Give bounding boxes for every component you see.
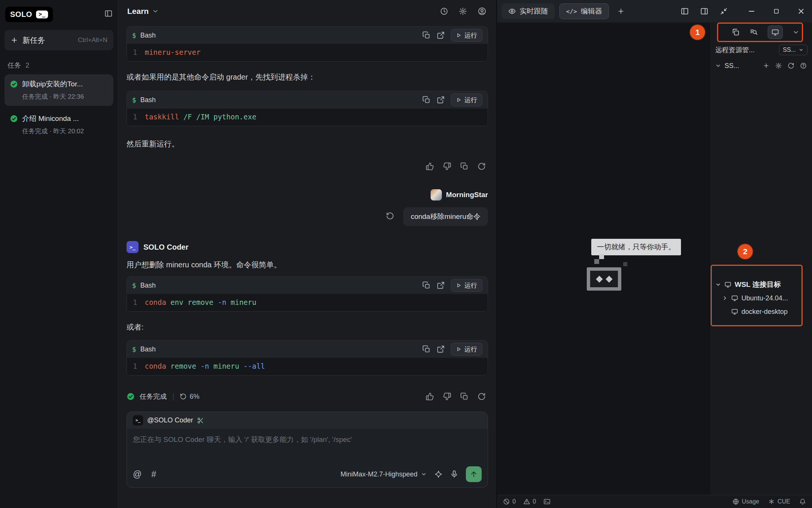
window-controls — [747, 7, 805, 15]
collapse-icon[interactable] — [720, 7, 728, 15]
insert-icon[interactable] — [437, 31, 445, 39]
copy-icon[interactable] — [460, 162, 469, 170]
thumbs-down-icon[interactable] — [443, 162, 451, 170]
undo-icon[interactable] — [386, 212, 394, 222]
connection-type-dropdown[interactable]: SS... — [779, 45, 807, 55]
composer: >_ @SOLO Coder 您正在与 SOLO Coder 聊天，输入 '/'… — [127, 412, 488, 488]
regenerate-icon[interactable] — [478, 162, 486, 170]
code-block: $ Bash 运行 1 mineru-server — [127, 26, 488, 62]
model-selector[interactable]: MiniMax-M2.7-Highspeed — [340, 470, 427, 478]
wsl-tree-header[interactable]: WSL 连接目标 — [712, 278, 807, 291]
user-name: MorningStar — [446, 191, 488, 199]
chevron-down-icon — [715, 282, 721, 288]
sparkle-icon[interactable] — [434, 470, 443, 478]
panel-right-icon[interactable] — [700, 7, 708, 15]
chevron-down-icon — [715, 63, 721, 69]
assistant-name: SOLO Coder — [143, 243, 188, 252]
thumbs-up-icon[interactable] — [426, 162, 434, 170]
pixel-decoration — [599, 254, 604, 259]
panel-left-icon[interactable] — [681, 7, 689, 15]
add-tab-button[interactable] — [613, 4, 628, 19]
task-complete-icon — [10, 80, 18, 88]
copy-icon[interactable] — [422, 31, 431, 39]
task-title: 卸载pip安装的Tor... — [22, 79, 83, 89]
insert-icon[interactable] — [437, 96, 445, 104]
assistant-paragraph: 用户想删除 mineru conda 环境。命令很简单。 — [127, 260, 488, 270]
task-item[interactable]: 卸载pip安装的Tor... 任务完成 · 昨天 22:36 — [5, 74, 113, 106]
account-icon[interactable] — [478, 7, 487, 16]
tab-editor[interactable]: </> 编辑器 — [559, 3, 609, 19]
tab-live-follow[interactable]: 实时跟随 — [502, 3, 555, 19]
composer-toolbar: @ # MiniMax-M2.7-Highspeed — [127, 463, 488, 487]
hash-button[interactable]: # — [151, 469, 156, 479]
close-icon[interactable] — [797, 7, 805, 15]
settings-icon[interactable] — [775, 62, 782, 69]
search-icon[interactable] — [750, 28, 758, 36]
terminal-icon[interactable] — [544, 498, 550, 505]
bell-icon[interactable] — [799, 498, 806, 505]
task-item[interactable]: 介绍 Miniconda ... 任务完成 · 昨天 20:02 — [5, 109, 113, 140]
insert-icon[interactable] — [437, 281, 445, 289]
robot-eye — [596, 276, 603, 282]
at-mention-button[interactable]: @ — [133, 469, 142, 479]
wsl-item[interactable]: docker-desktop — [712, 305, 807, 318]
monitor-icon — [731, 295, 738, 301]
help-icon[interactable] — [800, 62, 807, 69]
code-line: 1 conda remove -n mineru --all — [127, 358, 488, 375]
chevron-down-icon[interactable] — [792, 29, 799, 36]
send-button[interactable] — [466, 466, 482, 482]
terminal-icon: >_ — [133, 415, 143, 425]
history-icon[interactable] — [440, 7, 448, 15]
copy-icon[interactable] — [422, 345, 431, 353]
minimize-icon[interactable] — [747, 7, 756, 15]
composer-input[interactable]: 您正在与 SOLO Coder 聊天，输入 '/' 获取更多能力，如 '/pla… — [127, 429, 488, 463]
code-language-label: Bash — [140, 282, 156, 289]
warning-counter[interactable]: 0 — [523, 498, 536, 505]
mic-icon[interactable] — [450, 470, 458, 478]
thumbs-up-icon[interactable] — [426, 392, 434, 401]
usage-button[interactable]: Usage — [732, 498, 759, 505]
cue-button[interactable]: CUE — [768, 498, 790, 505]
run-button[interactable]: 运行 — [451, 343, 482, 356]
refresh-icon[interactable] — [788, 62, 794, 69]
settings-icon[interactable] — [459, 7, 467, 15]
new-task-button[interactable]: 新任务 Ctrl+Alt+N — [5, 30, 113, 50]
tasks-count: 2 — [26, 62, 29, 69]
code-block-header: $ Bash 运行 — [127, 27, 488, 44]
new-task-label: 新任务 — [23, 35, 45, 45]
copy-icon[interactable] — [422, 96, 431, 104]
run-button[interactable]: 运行 — [451, 93, 482, 106]
thumbs-down-icon[interactable] — [443, 392, 451, 401]
tree-section-row[interactable]: SS... — [710, 58, 812, 74]
insert-icon[interactable] — [437, 345, 445, 353]
progress-icon — [180, 393, 187, 400]
topbar-icons — [440, 7, 487, 16]
play-icon — [456, 97, 461, 103]
eye-icon — [508, 8, 516, 15]
pixel-decoration — [594, 259, 599, 264]
chat-topbar: Learn — [118, 0, 496, 23]
code-line: 1 taskkill /F /IM python.exe — [127, 109, 488, 126]
copy-icon[interactable] — [422, 281, 431, 289]
monitor-icon — [771, 29, 779, 36]
shell-prompt: $ — [132, 345, 136, 353]
regenerate-icon[interactable] — [478, 392, 486, 401]
files-icon[interactable] — [732, 28, 740, 36]
add-icon[interactable] — [763, 62, 770, 69]
line-number: 1 — [133, 298, 137, 307]
mode-dropdown[interactable]: Learn — [127, 7, 159, 16]
error-icon — [503, 498, 510, 505]
mascot-robot — [587, 267, 621, 291]
maximize-icon[interactable] — [773, 8, 780, 15]
solo-logo: SOLO >_ — [5, 7, 53, 22]
error-counter[interactable]: 0 — [503, 498, 516, 505]
remote-explorer-button[interactable] — [768, 26, 783, 39]
wsl-item[interactable]: Ubuntu-24.04... — [712, 291, 807, 305]
sidebar-toggle-icon[interactable] — [104, 9, 113, 19]
code-line: 1 mineru-server — [127, 44, 488, 61]
run-button[interactable]: 运行 — [451, 279, 482, 292]
run-button[interactable]: 运行 — [451, 29, 482, 42]
panel-title: 远程资源管... — [715, 45, 755, 54]
plus-icon — [11, 36, 18, 44]
copy-icon[interactable] — [460, 392, 469, 401]
